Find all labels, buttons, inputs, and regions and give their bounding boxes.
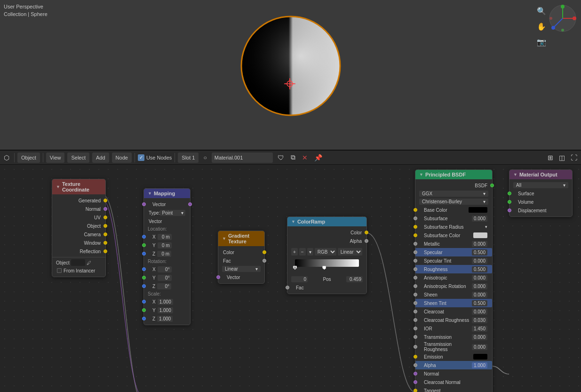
colorramp-add-btn[interactable]: + bbox=[291, 248, 298, 256]
nav-hand-icon[interactable]: ✋ bbox=[537, 22, 546, 31]
principled-bsdf-node[interactable]: ▼ Principled BSDF BSDF GGX ▾ Christensen… bbox=[415, 169, 493, 392]
bsdf-base-color-swatch[interactable] bbox=[469, 207, 487, 213]
mapping-header[interactable]: ▼ Mapping bbox=[144, 189, 190, 198]
mapping-scale-x-socket[interactable] bbox=[142, 300, 146, 304]
bsdf-normal-socket[interactable] bbox=[414, 372, 417, 376]
bsdf-roughness-value[interactable]: 0.500 bbox=[472, 266, 487, 272]
output-displacement-socket[interactable] bbox=[508, 208, 511, 212]
slot-select[interactable]: Slot 1 bbox=[178, 152, 199, 163]
gradient-texture-node[interactable]: ▼ Gradient Texture Color Fac Linear ▾ Ve… bbox=[218, 231, 265, 284]
bsdf-ior-socket[interactable] bbox=[414, 327, 417, 330]
bsdf-clearcoat-normal-socket[interactable] bbox=[414, 380, 417, 384]
bsdf-emission-socket[interactable] bbox=[414, 355, 417, 359]
select-menu-btn[interactable]: Select bbox=[67, 152, 89, 163]
mapping-rot-x-value[interactable]: 0° bbox=[158, 266, 172, 272]
view-menu-btn[interactable]: View bbox=[46, 152, 65, 163]
bsdf-clearcoat-rough-socket[interactable] bbox=[414, 318, 417, 322]
texcoord-eyedrop-icon[interactable]: 🖊 bbox=[87, 260, 91, 265]
mapping-vector-in-socket[interactable] bbox=[142, 202, 146, 206]
texcoord-instancer-checkbox[interactable] bbox=[57, 268, 62, 273]
bsdf-specular-value[interactable]: 0.500 bbox=[472, 249, 487, 256]
colorramp-color-socket[interactable] bbox=[365, 231, 368, 234]
colorramp-fac-socket[interactable] bbox=[286, 286, 289, 289]
bsdf-subsurface-color-socket[interactable] bbox=[414, 233, 417, 237]
material-sphere-icon[interactable]: ○ bbox=[201, 152, 208, 163]
colorramp-pos-start[interactable]: 0 bbox=[291, 276, 308, 282]
bsdf-subsurface-socket[interactable] bbox=[414, 216, 417, 220]
use-nodes-toggle[interactable]: ✓ Use Nodes bbox=[138, 154, 172, 161]
gradient-fac-socket[interactable] bbox=[263, 259, 266, 263]
material-close-icon[interactable]: ✕ bbox=[300, 152, 310, 163]
object-menu-btn[interactable]: Object bbox=[17, 152, 40, 163]
mapping-loc-x-value[interactable]: 0 m bbox=[158, 234, 172, 240]
bsdf-ior-value[interactable]: 1.450 bbox=[472, 326, 487, 332]
output-surface-socket[interactable] bbox=[508, 192, 511, 195]
bsdf-specular-socket[interactable] bbox=[414, 250, 417, 254]
bsdf-anisotropic-rot-value[interactable]: 0.000 bbox=[472, 283, 487, 289]
editor-icon[interactable]: ◫ bbox=[557, 152, 567, 163]
mapping-loc-z-value[interactable]: 0 m bbox=[157, 251, 171, 257]
bsdf-anisotropic-value[interactable]: 0.000 bbox=[472, 275, 487, 281]
node-editor-canvas[interactable]: ▼ Texture Coordinate Generated Normal UV… bbox=[0, 165, 581, 392]
nav-zoom-icon[interactable]: 🔍 bbox=[537, 7, 546, 16]
mapping-vector-out-socket[interactable] bbox=[188, 202, 192, 206]
mapping-scale-x-value[interactable]: 1.000 bbox=[158, 299, 173, 305]
gradient-vector-socket[interactable] bbox=[216, 275, 220, 279]
bsdf-alpha-socket[interactable] bbox=[414, 363, 417, 367]
bsdf-subsurface-method-select[interactable]: Christensen-Burley ▾ bbox=[419, 199, 488, 205]
nav-camera-icon[interactable]: 📷 bbox=[537, 38, 546, 47]
node-menu-btn[interactable]: Node bbox=[112, 152, 132, 163]
mapping-rot-z-socket[interactable] bbox=[142, 284, 146, 288]
colorramp-interp-select[interactable]: Linear bbox=[338, 248, 362, 256]
bsdf-transmission-value[interactable]: 0.000 bbox=[472, 334, 487, 340]
bsdf-tangent-socket[interactable] bbox=[414, 389, 417, 392]
colorramp-pos-value[interactable]: 0.459 bbox=[346, 276, 363, 282]
mapping-type-select[interactable]: Point ▾ bbox=[160, 210, 185, 216]
mapping-rot-x-socket[interactable] bbox=[142, 267, 146, 271]
pin-icon[interactable]: 📌 bbox=[312, 152, 324, 163]
gradient-header[interactable]: ▼ Gradient Texture bbox=[218, 231, 264, 246]
material-output-node[interactable]: ▼ Material Output All ▾ Surface Volume bbox=[509, 169, 573, 217]
colorramp-remove-btn[interactable]: − bbox=[299, 248, 306, 256]
gradient-color-socket[interactable] bbox=[263, 250, 266, 254]
colorramp-bar[interactable] bbox=[295, 259, 359, 267]
bsdf-sheen-tint-value[interactable]: 0.500 bbox=[472, 300, 487, 306]
bsdf-transmission-socket[interactable] bbox=[414, 335, 417, 339]
bsdf-metallic-value[interactable]: 0.000 bbox=[472, 241, 487, 247]
output-volume-socket[interactable] bbox=[508, 200, 511, 204]
texcoord-reflection-socket[interactable] bbox=[103, 249, 107, 253]
gradient-linear-select[interactable]: Linear ▾ bbox=[222, 266, 261, 272]
texcoord-generated-socket[interactable] bbox=[103, 199, 107, 202]
bsdf-specular-tint-socket[interactable] bbox=[414, 259, 417, 263]
mapping-scale-z-socket[interactable] bbox=[142, 317, 146, 320]
add-menu-btn[interactable]: Add bbox=[92, 152, 109, 163]
texcoord-normal-socket[interactable] bbox=[103, 207, 107, 211]
output-header[interactable]: ▼ Material Output bbox=[509, 170, 572, 179]
bsdf-emission-swatch[interactable] bbox=[473, 354, 487, 360]
mapping-rot-y-value[interactable]: 0° bbox=[158, 275, 172, 281]
material-copy-icon[interactable]: ⧉ bbox=[289, 152, 297, 163]
bsdf-subsurface-value[interactable]: 0.000 bbox=[472, 216, 487, 222]
fullscreen-icon[interactable]: ⛶ bbox=[569, 152, 579, 163]
bsdf-out-socket[interactable] bbox=[490, 184, 494, 187]
mapping-loc-z-socket[interactable] bbox=[142, 252, 146, 256]
mapping-node[interactable]: ▼ Mapping Vector Type: Point ▾ Vector bbox=[143, 188, 191, 325]
texcoord-window-socket[interactable] bbox=[103, 241, 107, 245]
mapping-loc-y-value[interactable]: 0 m bbox=[158, 242, 172, 248]
bsdf-sheen-tint-socket[interactable] bbox=[414, 301, 417, 305]
color-ramp-node[interactable]: ▼ ColorRamp Color Alpha + − ▾ RGB Lin bbox=[287, 216, 367, 294]
material-name-field[interactable]: Material.001 bbox=[212, 152, 273, 163]
texture-coordinate-node[interactable]: ▼ Texture Coordinate Generated Normal UV… bbox=[52, 179, 106, 277]
texcoord-object-socket[interactable] bbox=[103, 224, 107, 228]
mapping-loc-y-socket[interactable] bbox=[142, 243, 146, 247]
mapping-scale-z-value[interactable]: 1.000 bbox=[157, 316, 173, 322]
bsdf-clearcoat-value[interactable]: 0.000 bbox=[472, 309, 487, 315]
node-texcoord-header[interactable]: ▼ Texture Coordinate bbox=[52, 179, 105, 194]
bsdf-clearcoat-rough-value[interactable]: 0.030 bbox=[472, 317, 487, 323]
texcoord-uv-socket[interactable] bbox=[103, 216, 107, 219]
colorramp-menu-btn[interactable]: ▾ bbox=[307, 248, 313, 256]
bsdf-clearcoat-socket[interactable] bbox=[414, 310, 417, 313]
use-nodes-checkbox[interactable]: ✓ bbox=[138, 154, 144, 161]
bsdf-header[interactable]: ▼ Principled BSDF bbox=[415, 170, 492, 179]
mapping-scale-y-socket[interactable] bbox=[142, 308, 146, 312]
